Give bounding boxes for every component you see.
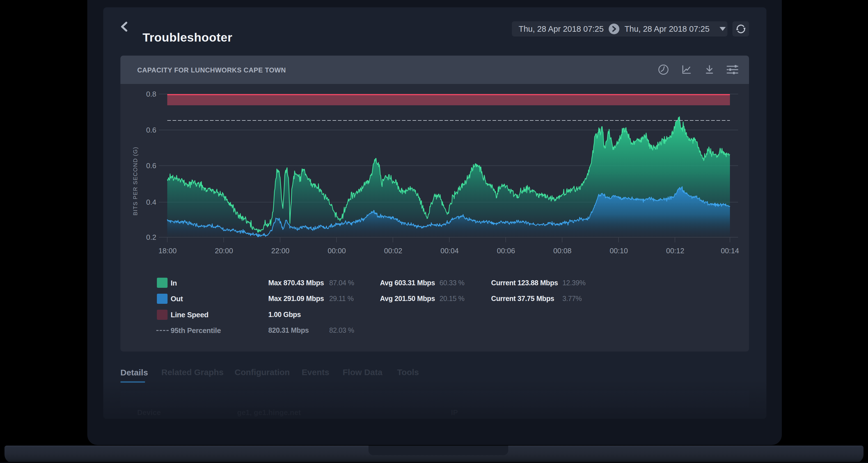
svg-text:0.6: 0.6 (146, 162, 156, 170)
svg-text:00:12: 00:12 (666, 247, 684, 255)
svg-text:00:02: 00:02 (384, 247, 402, 255)
svg-text:00:00: 00:00 (328, 247, 346, 255)
svg-text:BITS PER SECOND (G): BITS PER SECOND (G) (132, 147, 138, 215)
svg-text:22:00: 22:00 (271, 247, 289, 255)
svg-text:00:04: 00:04 (440, 247, 459, 255)
svg-text:0.2: 0.2 (146, 233, 156, 241)
svg-text:00:06: 00:06 (497, 247, 515, 255)
svg-text:00:10: 00:10 (610, 247, 628, 255)
svg-text:00:14: 00:14 (721, 247, 739, 255)
svg-text:0.4: 0.4 (146, 198, 156, 206)
svg-text:18:00: 18:00 (158, 247, 177, 255)
svg-text:0.6: 0.6 (146, 126, 156, 134)
svg-text:00:08: 00:08 (553, 247, 571, 255)
svg-text:0.8: 0.8 (146, 90, 156, 98)
svg-text:20:00: 20:00 (215, 247, 233, 255)
